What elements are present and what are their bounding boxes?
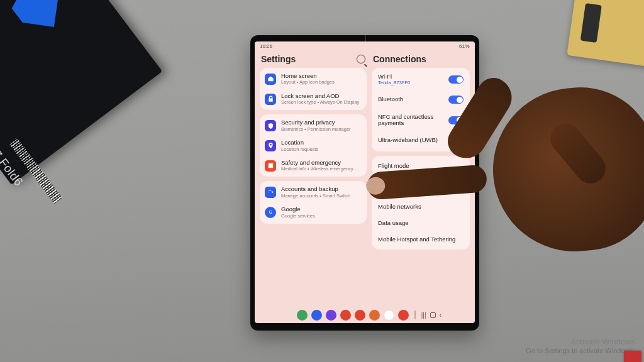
dock-app-4[interactable] (340, 310, 351, 321)
settings-item-security[interactable]: Security and privacy Biometrics • Permis… (260, 116, 367, 136)
google-icon: G (265, 207, 276, 218)
settings-title: Settings (261, 54, 296, 64)
dock-app-messages[interactable] (311, 310, 322, 321)
settings-item-lock-screen[interactable]: Lock screen and AOD Screen lock type • A… (260, 89, 367, 109)
connections-item-flight[interactable]: Flight mode (372, 157, 470, 176)
status-time: 10:26 (260, 43, 272, 49)
nav-back-icon[interactable]: ‹ (440, 311, 442, 319)
location-pin-icon (265, 140, 276, 151)
wifi-toggle[interactable] (448, 75, 464, 84)
settings-item-location[interactable]: Location Location requests (260, 136, 367, 156)
home-icon (265, 74, 276, 85)
settings-item-safety[interactable]: Safety and emergency Medical info • Wire… (260, 156, 367, 176)
dock-app-phone[interactable] (297, 310, 308, 321)
nav-home-icon[interactable] (430, 312, 436, 318)
search-icon[interactable] (357, 55, 365, 63)
lock-icon (265, 94, 276, 105)
status-bar: 10:26 61% (255, 41, 475, 50)
dock-app-6[interactable] (369, 310, 380, 321)
sync-icon (265, 187, 276, 198)
connections-item-sim[interactable]: SIM manager (372, 183, 470, 199)
connections-item-bluetooth[interactable]: Bluetooth (372, 90, 470, 109)
settings-item-accounts[interactable]: Accounts and backup Manage accounts • Sm… (260, 182, 367, 202)
svg-text:G: G (269, 210, 272, 214)
windows-activation-watermark: Activate Windows Go to Settings to activ… (526, 337, 635, 356)
nav-recents-icon[interactable]: ||| (421, 312, 426, 319)
settings-group-2: Accounts and backup Manage accounts • Sm… (260, 181, 367, 223)
connections-item-data-usage[interactable]: Data usage (372, 216, 470, 232)
bluetooth-toggle[interactable] (448, 96, 464, 104)
device-screen: 10:26 61% Settings Home screen Layout • (255, 41, 475, 323)
connections-list-group: SIM manager Mobile networks Data usage M… (372, 182, 470, 250)
settings-item-home-screen[interactable]: Home screen Layout • App icon badges (260, 69, 367, 89)
uwb-toggle[interactable] (448, 136, 464, 145)
connections-toggle-group: Wi-Fi Tenda_B73FF0 Bluetooth NFC and con… (372, 68, 470, 151)
status-indicators: 61% (459, 43, 470, 49)
settings-group-0: Home screen Layout • App icon badges Loc… (260, 68, 367, 110)
shield-badge-icon (4, 0, 74, 42)
settings-group-1: Security and privacy Biometrics • Permis… (260, 114, 367, 177)
settings-item-google[interactable]: G Google Google services (260, 202, 367, 222)
nfc-toggle[interactable] (448, 116, 464, 124)
connections-item-wifi[interactable]: Wi-Fi Tenda_B73FF0 (372, 69, 470, 90)
dock-app-5[interactable] (355, 310, 365, 321)
connections-item-nfc[interactable]: NFC and contactless payments (372, 109, 470, 131)
connections-item-mobile-networks[interactable]: Mobile networks (372, 199, 470, 216)
foldable-device: 10:26 61% Settings Home screen Layout • (250, 35, 479, 331)
taskbar-tray-icon (624, 351, 641, 362)
shield-icon (265, 120, 276, 131)
settings-pane: Settings Home screen Layout • App icon b… (255, 50, 369, 308)
dock-app-8[interactable] (398, 310, 409, 321)
hinge-icon (580, 3, 602, 43)
connections-title: Connections (373, 54, 426, 64)
dock-app-play[interactable] (384, 310, 394, 321)
dock: ||| ‹ (255, 308, 475, 323)
connections-item-hotspot[interactable]: Mobile Hotspot and Tethering (372, 232, 470, 248)
safety-icon (265, 160, 276, 172)
connections-item-uwb[interactable]: Ultra-wideband (UWB) (372, 131, 470, 150)
connections-flight-group: Flight mode (372, 156, 470, 177)
connections-pane: Connections Wi-Fi Tenda_B73FF0 Bluetooth (369, 50, 475, 308)
dock-app-3[interactable] (326, 310, 336, 321)
